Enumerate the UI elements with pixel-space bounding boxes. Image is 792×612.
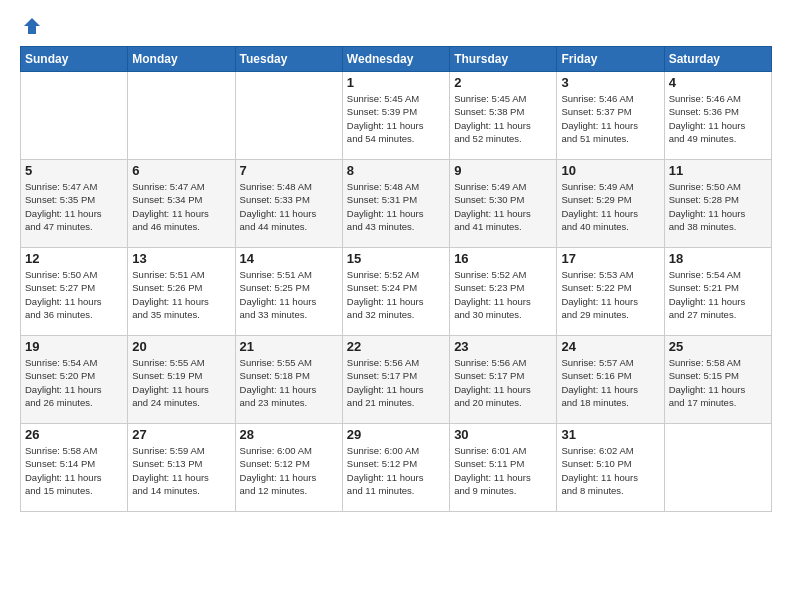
day-info: Sunrise: 5:47 AMSunset: 5:34 PMDaylight:… bbox=[132, 180, 230, 233]
day-info: Sunrise: 5:48 AMSunset: 5:33 PMDaylight:… bbox=[240, 180, 338, 233]
calendar-cell: 29Sunrise: 6:00 AMSunset: 5:12 PMDayligh… bbox=[342, 424, 449, 512]
day-info: Sunrise: 5:47 AMSunset: 5:35 PMDaylight:… bbox=[25, 180, 123, 233]
calendar-cell bbox=[21, 72, 128, 160]
day-info: Sunrise: 5:45 AMSunset: 5:39 PMDaylight:… bbox=[347, 92, 445, 145]
calendar-cell: 14Sunrise: 5:51 AMSunset: 5:25 PMDayligh… bbox=[235, 248, 342, 336]
calendar-cell: 16Sunrise: 5:52 AMSunset: 5:23 PMDayligh… bbox=[450, 248, 557, 336]
day-info: Sunrise: 5:58 AMSunset: 5:14 PMDaylight:… bbox=[25, 444, 123, 497]
day-number: 27 bbox=[132, 427, 230, 442]
day-number: 8 bbox=[347, 163, 445, 178]
calendar-cell: 27Sunrise: 5:59 AMSunset: 5:13 PMDayligh… bbox=[128, 424, 235, 512]
day-info: Sunrise: 5:57 AMSunset: 5:16 PMDaylight:… bbox=[561, 356, 659, 409]
calendar-week-3: 12Sunrise: 5:50 AMSunset: 5:27 PMDayligh… bbox=[21, 248, 772, 336]
day-number: 26 bbox=[25, 427, 123, 442]
day-info: Sunrise: 5:53 AMSunset: 5:22 PMDaylight:… bbox=[561, 268, 659, 321]
day-number: 19 bbox=[25, 339, 123, 354]
day-info: Sunrise: 5:56 AMSunset: 5:17 PMDaylight:… bbox=[454, 356, 552, 409]
calendar-cell bbox=[128, 72, 235, 160]
day-number: 24 bbox=[561, 339, 659, 354]
day-number: 5 bbox=[25, 163, 123, 178]
calendar-cell bbox=[664, 424, 771, 512]
day-number: 10 bbox=[561, 163, 659, 178]
calendar-cell: 30Sunrise: 6:01 AMSunset: 5:11 PMDayligh… bbox=[450, 424, 557, 512]
calendar-cell: 10Sunrise: 5:49 AMSunset: 5:29 PMDayligh… bbox=[557, 160, 664, 248]
calendar-cell bbox=[235, 72, 342, 160]
calendar-cell: 28Sunrise: 6:00 AMSunset: 5:12 PMDayligh… bbox=[235, 424, 342, 512]
calendar-cell: 22Sunrise: 5:56 AMSunset: 5:17 PMDayligh… bbox=[342, 336, 449, 424]
day-number: 7 bbox=[240, 163, 338, 178]
day-info: Sunrise: 5:50 AMSunset: 5:27 PMDaylight:… bbox=[25, 268, 123, 321]
day-number: 13 bbox=[132, 251, 230, 266]
logo-icon bbox=[22, 16, 42, 36]
day-number: 21 bbox=[240, 339, 338, 354]
calendar-cell: 9Sunrise: 5:49 AMSunset: 5:30 PMDaylight… bbox=[450, 160, 557, 248]
day-info: Sunrise: 5:48 AMSunset: 5:31 PMDaylight:… bbox=[347, 180, 445, 233]
calendar-cell: 3Sunrise: 5:46 AMSunset: 5:37 PMDaylight… bbox=[557, 72, 664, 160]
calendar-week-2: 5Sunrise: 5:47 AMSunset: 5:35 PMDaylight… bbox=[21, 160, 772, 248]
calendar-cell: 31Sunrise: 6:02 AMSunset: 5:10 PMDayligh… bbox=[557, 424, 664, 512]
day-number: 18 bbox=[669, 251, 767, 266]
day-info: Sunrise: 5:51 AMSunset: 5:26 PMDaylight:… bbox=[132, 268, 230, 321]
day-number: 4 bbox=[669, 75, 767, 90]
day-info: Sunrise: 6:01 AMSunset: 5:11 PMDaylight:… bbox=[454, 444, 552, 497]
day-number: 28 bbox=[240, 427, 338, 442]
day-number: 11 bbox=[669, 163, 767, 178]
weekday-header-row: SundayMondayTuesdayWednesdayThursdayFrid… bbox=[21, 47, 772, 72]
weekday-header-saturday: Saturday bbox=[664, 47, 771, 72]
day-info: Sunrise: 5:52 AMSunset: 5:24 PMDaylight:… bbox=[347, 268, 445, 321]
day-number: 22 bbox=[347, 339, 445, 354]
day-info: Sunrise: 5:55 AMSunset: 5:19 PMDaylight:… bbox=[132, 356, 230, 409]
day-number: 20 bbox=[132, 339, 230, 354]
calendar-cell: 1Sunrise: 5:45 AMSunset: 5:39 PMDaylight… bbox=[342, 72, 449, 160]
calendar-cell: 4Sunrise: 5:46 AMSunset: 5:36 PMDaylight… bbox=[664, 72, 771, 160]
weekday-header-sunday: Sunday bbox=[21, 47, 128, 72]
day-info: Sunrise: 5:55 AMSunset: 5:18 PMDaylight:… bbox=[240, 356, 338, 409]
day-info: Sunrise: 5:58 AMSunset: 5:15 PMDaylight:… bbox=[669, 356, 767, 409]
day-number: 29 bbox=[347, 427, 445, 442]
day-info: Sunrise: 5:49 AMSunset: 5:29 PMDaylight:… bbox=[561, 180, 659, 233]
day-info: Sunrise: 5:52 AMSunset: 5:23 PMDaylight:… bbox=[454, 268, 552, 321]
day-info: Sunrise: 5:56 AMSunset: 5:17 PMDaylight:… bbox=[347, 356, 445, 409]
calendar-cell: 26Sunrise: 5:58 AMSunset: 5:14 PMDayligh… bbox=[21, 424, 128, 512]
day-info: Sunrise: 5:54 AMSunset: 5:21 PMDaylight:… bbox=[669, 268, 767, 321]
calendar-table: SundayMondayTuesdayWednesdayThursdayFrid… bbox=[20, 46, 772, 512]
calendar-cell: 5Sunrise: 5:47 AMSunset: 5:35 PMDaylight… bbox=[21, 160, 128, 248]
day-info: Sunrise: 5:46 AMSunset: 5:37 PMDaylight:… bbox=[561, 92, 659, 145]
calendar-cell: 18Sunrise: 5:54 AMSunset: 5:21 PMDayligh… bbox=[664, 248, 771, 336]
logo bbox=[20, 16, 42, 36]
weekday-header-friday: Friday bbox=[557, 47, 664, 72]
calendar-cell: 21Sunrise: 5:55 AMSunset: 5:18 PMDayligh… bbox=[235, 336, 342, 424]
day-number: 16 bbox=[454, 251, 552, 266]
weekday-header-wednesday: Wednesday bbox=[342, 47, 449, 72]
calendar-cell: 2Sunrise: 5:45 AMSunset: 5:38 PMDaylight… bbox=[450, 72, 557, 160]
calendar-cell: 23Sunrise: 5:56 AMSunset: 5:17 PMDayligh… bbox=[450, 336, 557, 424]
day-number: 12 bbox=[25, 251, 123, 266]
calendar-week-5: 26Sunrise: 5:58 AMSunset: 5:14 PMDayligh… bbox=[21, 424, 772, 512]
calendar-cell: 8Sunrise: 5:48 AMSunset: 5:31 PMDaylight… bbox=[342, 160, 449, 248]
header bbox=[20, 16, 772, 36]
day-info: Sunrise: 6:00 AMSunset: 5:12 PMDaylight:… bbox=[240, 444, 338, 497]
calendar-cell: 15Sunrise: 5:52 AMSunset: 5:24 PMDayligh… bbox=[342, 248, 449, 336]
day-info: Sunrise: 5:50 AMSunset: 5:28 PMDaylight:… bbox=[669, 180, 767, 233]
day-info: Sunrise: 6:00 AMSunset: 5:12 PMDaylight:… bbox=[347, 444, 445, 497]
svg-marker-0 bbox=[24, 18, 40, 34]
weekday-header-tuesday: Tuesday bbox=[235, 47, 342, 72]
calendar-week-1: 1Sunrise: 5:45 AMSunset: 5:39 PMDaylight… bbox=[21, 72, 772, 160]
calendar-cell: 6Sunrise: 5:47 AMSunset: 5:34 PMDaylight… bbox=[128, 160, 235, 248]
day-number: 31 bbox=[561, 427, 659, 442]
calendar-cell: 19Sunrise: 5:54 AMSunset: 5:20 PMDayligh… bbox=[21, 336, 128, 424]
weekday-header-monday: Monday bbox=[128, 47, 235, 72]
day-number: 2 bbox=[454, 75, 552, 90]
calendar-cell: 17Sunrise: 5:53 AMSunset: 5:22 PMDayligh… bbox=[557, 248, 664, 336]
day-info: Sunrise: 5:54 AMSunset: 5:20 PMDaylight:… bbox=[25, 356, 123, 409]
day-number: 14 bbox=[240, 251, 338, 266]
calendar-cell: 25Sunrise: 5:58 AMSunset: 5:15 PMDayligh… bbox=[664, 336, 771, 424]
weekday-header-thursday: Thursday bbox=[450, 47, 557, 72]
day-number: 30 bbox=[454, 427, 552, 442]
day-number: 1 bbox=[347, 75, 445, 90]
day-info: Sunrise: 5:51 AMSunset: 5:25 PMDaylight:… bbox=[240, 268, 338, 321]
page: SundayMondayTuesdayWednesdayThursdayFrid… bbox=[0, 0, 792, 612]
day-info: Sunrise: 6:02 AMSunset: 5:10 PMDaylight:… bbox=[561, 444, 659, 497]
day-number: 9 bbox=[454, 163, 552, 178]
day-number: 23 bbox=[454, 339, 552, 354]
